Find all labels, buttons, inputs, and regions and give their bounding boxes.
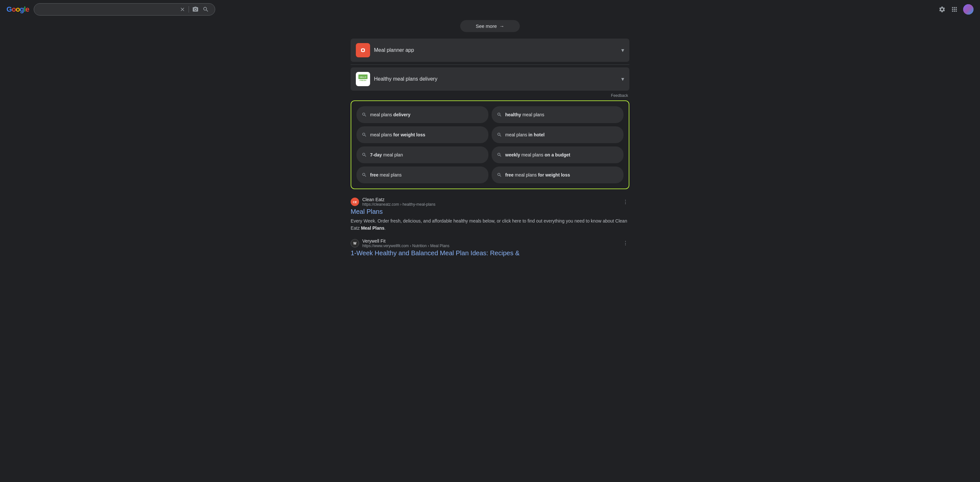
suggestion-pill-delivery[interactable]: meal plans delivery xyxy=(356,106,488,123)
settings-button[interactable] xyxy=(939,6,946,13)
search-result-cleaneatz: CE Clean Eatz https://cleaneatz.com › he… xyxy=(351,197,629,232)
pill-healthy-text: healthy meal plans xyxy=(505,112,544,117)
result-meta-cleaneatz: CE Clean Eatz https://cleaneatz.com › he… xyxy=(351,197,629,207)
pill-free-text: free meal plans xyxy=(370,172,401,178)
chevron-down-icon: ▾ xyxy=(621,47,624,54)
verywellfit-url: https://www.verywellfit.com › Nutrition … xyxy=(362,244,618,248)
suggestions-grid: meal plans delivery healthy meal plans m… xyxy=(356,106,624,183)
search-icon xyxy=(497,132,502,137)
search-icon xyxy=(362,132,367,137)
search-icon xyxy=(362,152,367,157)
apps-icon xyxy=(951,6,958,13)
suggestion-card-hello-fresh[interactable]: HELLO FRESH Healthy meal plans delivery … xyxy=(351,67,629,91)
pill-hotel-text: meal plans in hotel xyxy=(505,132,544,138)
close-icon xyxy=(180,6,185,12)
main-content: See more → Meal planner app ▾ HELLO FRES… xyxy=(344,19,636,257)
suggestion-pill-free-weight-loss[interactable]: free meal plans for weight loss xyxy=(492,166,624,183)
pill-free-weight-loss-text: free meal plans for weight loss xyxy=(505,172,570,178)
svg-text:FRESH: FRESH xyxy=(360,79,366,81)
search-input[interactable]: meal plans xyxy=(39,6,176,12)
avatar[interactable] xyxy=(963,4,974,14)
top-bar-right xyxy=(939,4,974,14)
result-meta-verywellfit: W Verywell Fit https://www.verywellfit.c… xyxy=(351,238,629,248)
verywellfit-menu-button[interactable]: ⋮ xyxy=(622,239,629,247)
search-icon xyxy=(497,172,502,178)
pill-weight-loss-text: meal plans for weight loss xyxy=(370,132,425,138)
search-icon xyxy=(202,6,209,13)
cleaneatz-url: https://cleaneatz.com › healthy-meal-pla… xyxy=(362,202,618,207)
search-result-verywellfit: W Verywell Fit https://www.verywellfit.c… xyxy=(351,238,629,257)
apps-button[interactable] xyxy=(951,6,958,13)
pill-delivery-text: meal plans delivery xyxy=(370,112,410,117)
search-icon xyxy=(362,112,367,117)
meal-planner-app-icon xyxy=(356,43,370,57)
svg-text:HELLO: HELLO xyxy=(360,76,366,78)
divider xyxy=(189,6,189,13)
see-more-button[interactable]: See more → xyxy=(460,20,520,32)
suggestion-pill-free[interactable]: free meal plans xyxy=(356,166,488,183)
suggestion-pill-7day[interactable]: 7-day meal plan xyxy=(356,146,488,163)
chevron-down-icon-2: ▾ xyxy=(621,76,624,82)
verywellfit-title-link[interactable]: 1-Week Healthy and Balanced Meal Plan Id… xyxy=(351,249,629,257)
cleaneatz-favicon: CE xyxy=(351,198,359,206)
gear-icon xyxy=(939,6,946,13)
search-submit-button[interactable] xyxy=(202,5,210,13)
suggestions-grid-container: meal plans delivery healthy meal plans m… xyxy=(351,100,629,189)
pill-weekly-budget-text: weekly meal plans on a budget xyxy=(505,152,570,158)
see-more-label: See more xyxy=(476,23,497,29)
suggestion-pill-weight-loss[interactable]: meal plans for weight loss xyxy=(356,126,488,143)
top-bar: Google meal plans xyxy=(0,0,980,19)
verywellfit-site-name: Verywell Fit xyxy=(362,238,618,244)
hello-fresh-label: Healthy meal plans delivery xyxy=(374,76,617,82)
search-icon xyxy=(497,112,502,117)
camera-search-button[interactable] xyxy=(191,5,199,13)
svg-point-1 xyxy=(963,4,974,14)
svg-text:CE: CE xyxy=(353,200,357,204)
cleaneatz-menu-button[interactable]: ⋮ xyxy=(622,198,629,206)
suggestion-pill-weekly-budget[interactable]: weekly meal plans on a budget xyxy=(492,146,624,163)
suggestion-pill-hotel[interactable]: meal plans in hotel xyxy=(492,126,624,143)
search-icon xyxy=(362,172,367,178)
svg-text:W: W xyxy=(353,242,356,245)
suggestion-card-meal-planner[interactable]: Meal planner app ▾ xyxy=(351,38,629,62)
pill-7day-text: 7-day meal plan xyxy=(370,152,403,158)
search-icon xyxy=(497,152,502,157)
result-source-verywellfit: Verywell Fit https://www.verywellfit.com… xyxy=(362,238,618,248)
see-more-arrow: → xyxy=(500,23,504,29)
search-bar: meal plans xyxy=(34,3,215,16)
svg-point-3 xyxy=(362,49,364,51)
clear-button[interactable] xyxy=(179,6,186,13)
feedback-text: Feedback xyxy=(351,93,629,98)
svg-point-0 xyxy=(194,8,196,10)
camera-icon xyxy=(192,6,199,13)
result-source-cleaneatz: Clean Eatz https://cleaneatz.com › healt… xyxy=(362,197,618,207)
cleaneatz-description: Every Week. Order fresh, delicious, and … xyxy=(351,217,629,232)
meal-planner-app-label: Meal planner app xyxy=(374,47,617,53)
suggestion-pill-healthy[interactable]: healthy meal plans xyxy=(492,106,624,123)
cleaneatz-site-name: Clean Eatz xyxy=(362,197,618,202)
cleaneatz-bold: Meal Plans xyxy=(361,225,384,231)
hello-fresh-icon: HELLO FRESH xyxy=(356,72,370,86)
see-more-container: See more → xyxy=(351,19,629,32)
avatar-icon xyxy=(963,4,974,14)
cleaneatz-title-link[interactable]: Meal Plans xyxy=(351,208,629,216)
google-logo: Google xyxy=(6,5,29,14)
verywellfit-favicon: W xyxy=(351,239,359,247)
